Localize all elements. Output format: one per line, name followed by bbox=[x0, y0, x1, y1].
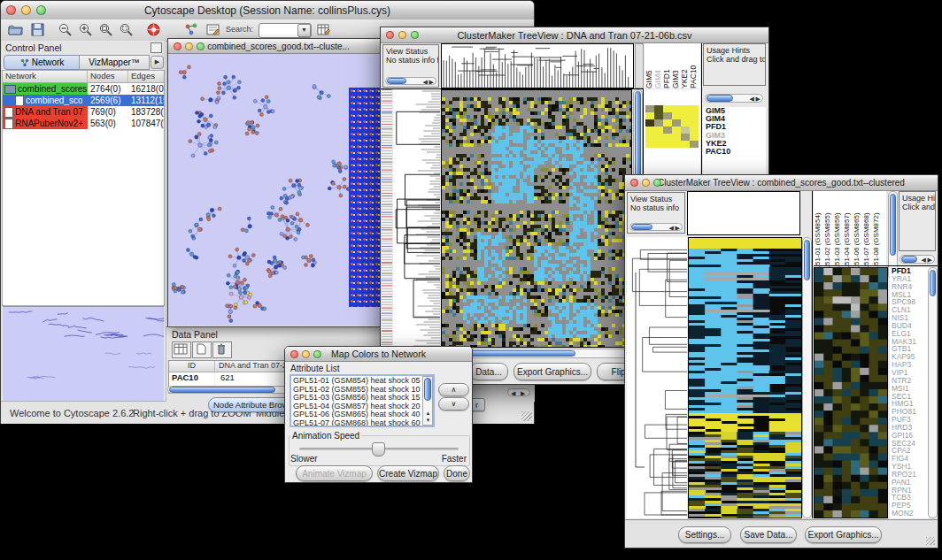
vizmapper-icon[interactable] bbox=[184, 22, 199, 37]
zoom-window-icon[interactable] bbox=[313, 350, 321, 358]
close-icon[interactable] bbox=[386, 31, 394, 39]
dialog-titlebar[interactable]: Map Colors to Network bbox=[285, 347, 472, 362]
attribute-list-scrollbar[interactable]: ▲ ▼ bbox=[422, 376, 433, 426]
attribute-table-icon[interactable] bbox=[316, 22, 331, 37]
tv1-column-dendrogram[interactable] bbox=[441, 43, 634, 88]
zoom-fit-icon[interactable] bbox=[98, 22, 113, 37]
treeview1-titlebar[interactable]: ClusterMaker TreeView : DNA and Tran 07-… bbox=[381, 27, 768, 43]
dp-col-id[interactable]: ID bbox=[169, 361, 215, 372]
tv1-heatmap[interactable] bbox=[441, 89, 632, 348]
move-up-button[interactable]: ∧ bbox=[438, 383, 469, 396]
minimize-icon[interactable] bbox=[642, 179, 650, 187]
tv2-export-graphics-button[interactable]: Export Graphics... bbox=[805, 526, 882, 543]
tab-vizmapper[interactable]: VizMapper™ bbox=[79, 55, 150, 70]
minimize-icon[interactable] bbox=[185, 42, 193, 50]
save-icon[interactable] bbox=[30, 22, 45, 37]
tv2-resize-grip[interactable] bbox=[926, 537, 935, 545]
tv1-row-dendrogram[interactable] bbox=[393, 89, 440, 348]
attribute-listbox[interactable]: GPL51-01 (GSM854) heat shock 05 minGPL51… bbox=[290, 374, 435, 427]
tv2-usage-scrollbar[interactable]: ◀▶ bbox=[900, 255, 935, 264]
close-icon[interactable] bbox=[174, 42, 181, 50]
tv1-view-status: View Status No status info f ◀▶ bbox=[382, 44, 439, 88]
tv2-row-dendrogram[interactable] bbox=[627, 237, 687, 518]
minimize-icon[interactable] bbox=[21, 5, 31, 15]
col-header-network[interactable]: Network bbox=[3, 71, 88, 82]
minimize-icon[interactable] bbox=[398, 31, 406, 39]
float-panel-icon[interactable] bbox=[151, 42, 162, 53]
open-file-icon[interactable] bbox=[8, 22, 23, 37]
zoom-window-icon[interactable] bbox=[197, 42, 205, 50]
tab-overflow-arrow-icon[interactable]: ▶ bbox=[151, 56, 164, 69]
close-icon[interactable] bbox=[6, 5, 16, 15]
column-label: GPL51-01 (GSM854) bbox=[814, 191, 823, 280]
gene-label: BUD4 bbox=[892, 322, 929, 330]
window-controls[interactable] bbox=[6, 1, 46, 19]
tv2-zoom-heatmap[interactable] bbox=[814, 267, 888, 518]
tv1-splitter[interactable] bbox=[635, 43, 644, 88]
gene-label: HRD3 bbox=[892, 424, 929, 432]
minimize-icon[interactable] bbox=[302, 350, 310, 358]
search-dropdown-arrow-icon[interactable]: ▼ bbox=[297, 24, 311, 37]
tv2-genes-vscrollbar[interactable] bbox=[928, 267, 938, 518]
gene-label: RPO21 bbox=[892, 471, 929, 479]
done-button[interactable]: Done bbox=[444, 465, 470, 481]
help-lifesaver-icon[interactable] bbox=[146, 22, 161, 37]
network-table-row[interactable]: combined_sco2569(6)13112(15) bbox=[3, 95, 164, 106]
gene-label: MAK31 bbox=[892, 338, 929, 346]
tv1-export-graphics-button[interactable]: Export Graphics... bbox=[513, 363, 591, 380]
zoom-window-icon[interactable] bbox=[653, 179, 661, 187]
tab-network[interactable]: Network bbox=[4, 55, 81, 70]
network-overview-thumbnail[interactable] bbox=[3, 306, 164, 403]
column-label: PFD1 bbox=[662, 43, 671, 88]
col-header-nodes[interactable]: Nodes bbox=[88, 71, 128, 82]
network-canvas[interactable] bbox=[168, 54, 387, 326]
attribute-list-item[interactable]: GPL51-07 (GSM868) heat shock 60 min bbox=[293, 419, 431, 428]
treeview2-titlebar[interactable]: ClusterMaker TreeView : combined_scores_… bbox=[625, 175, 938, 191]
col-header-edges[interactable]: Edges bbox=[128, 71, 164, 82]
tv1-save-data-button[interactable]: Data... bbox=[469, 363, 508, 380]
delete-attribute-trash-icon[interactable] bbox=[212, 341, 232, 358]
tv2-status-scrollbar[interactable]: ◀▶ bbox=[629, 223, 683, 231]
zoom-selected-icon[interactable] bbox=[119, 22, 134, 37]
animation-speed-label: Animation Speed bbox=[290, 431, 361, 441]
tv2-heatmap[interactable] bbox=[688, 237, 802, 518]
attribute-list-item[interactable]: GPL51-02 (GSM855) heat shock 10 min bbox=[293, 386, 431, 395]
tv1-status-scrollbar[interactable]: ◀▶ bbox=[385, 77, 436, 85]
attribute-list-item[interactable]: GPL51-04 (GSM857) heat shock 20 min bbox=[293, 403, 431, 411]
main-titlebar[interactable]: Cytoscape Desktop (Session Name: collins… bbox=[1, 1, 534, 20]
network-table-row[interactable]: DNA and Tran 07769(0)183728(0) bbox=[3, 106, 164, 118]
control-panel: Control Panel Network VizMapper™ ▶ Netwo… bbox=[1, 41, 166, 403]
create-vizmap-button[interactable]: Create Vizmap bbox=[377, 465, 439, 481]
attribute-list-item[interactable]: GPL51-06 (GSM865) heat shock 40 min bbox=[293, 410, 431, 419]
tv2-vscrollbar[interactable] bbox=[802, 237, 812, 518]
attribute-list-item[interactable]: GPL51-03 (GSM856) heat shock 15 min bbox=[293, 394, 431, 403]
zoom-window-icon[interactable] bbox=[411, 31, 419, 39]
tv2-column-dendrogram[interactable] bbox=[687, 191, 800, 235]
network-table-row[interactable]: RNAPuberNov2+563(0)107847(0) bbox=[3, 118, 164, 129]
main-resize-grip[interactable] bbox=[521, 411, 532, 421]
desktop: Cytoscape Desktop (Session Name: collins… bbox=[0, 0, 942, 560]
tv2-save-data-button[interactable]: Save Data... bbox=[740, 526, 797, 543]
gene-label: NIS1 bbox=[892, 314, 929, 322]
tv2-column-labels: GPL51-01 (GSM854)GPL51-02 (GSM855)GPL51-… bbox=[814, 191, 886, 280]
network-table-row[interactable]: combined_scores2764(0)16218(0) bbox=[3, 83, 164, 95]
annotation-icon[interactable] bbox=[205, 22, 220, 37]
network-view-titlebar[interactable]: combined_scores_good.txt--cluste... bbox=[168, 39, 389, 54]
tv1-labels-hscrollbar[interactable]: ◀▶ bbox=[705, 94, 763, 103]
zoom-window-icon[interactable] bbox=[36, 5, 46, 15]
tv2-labels-vscrollbar[interactable] bbox=[888, 191, 898, 280]
new-attribute-icon[interactable] bbox=[192, 341, 212, 358]
zoom-in-icon[interactable] bbox=[78, 22, 93, 37]
data-panel-hscrollbar[interactable] bbox=[167, 386, 288, 394]
gene-label: HAP3 bbox=[892, 361, 929, 369]
gene-label: RPN1 bbox=[892, 487, 929, 495]
zoom-out-icon[interactable] bbox=[58, 22, 73, 37]
close-icon[interactable] bbox=[630, 179, 638, 187]
tv2-settings-button[interactable]: Settings... bbox=[678, 526, 731, 543]
move-down-button[interactable]: ∨ bbox=[438, 397, 469, 410]
dp-mini-hscrollbar[interactable]: ◀▶ bbox=[507, 388, 530, 396]
attribute-list-item[interactable]: GPL51-01 (GSM854) heat shock 05 min bbox=[293, 377, 431, 386]
close-icon[interactable] bbox=[290, 350, 298, 358]
speed-slider-thumb[interactable] bbox=[372, 442, 385, 456]
attribute-select-icon[interactable] bbox=[172, 341, 191, 358]
